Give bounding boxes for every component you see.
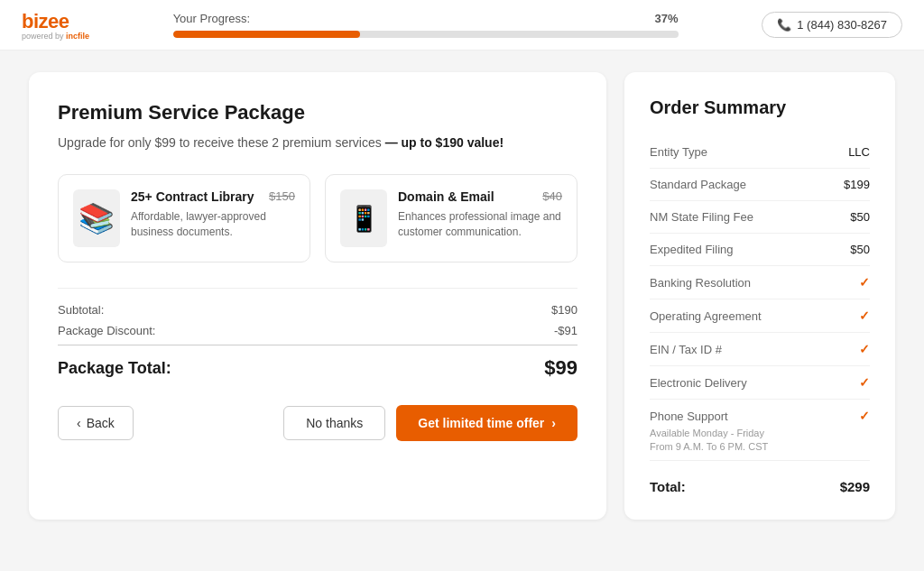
progress-label-row: Your Progress: 37% xyxy=(173,12,679,25)
phone-number: 1 (844) 830-8267 xyxy=(797,18,887,32)
order-row-standard-package: Standard Package $199 xyxy=(650,169,870,201)
incfile-label: incfile xyxy=(66,32,89,41)
logo-text: izee xyxy=(33,10,69,32)
no-thanks-button[interactable]: No thanks xyxy=(283,406,385,440)
get-offer-button[interactable]: Get limited time offer › xyxy=(396,405,578,441)
phone-support-header: Phone Support ✓ xyxy=(650,409,870,423)
contract-library-icon: 📚 xyxy=(73,189,120,247)
progress-bar-fill xyxy=(173,31,360,38)
logo-area: bizee powered by incfile xyxy=(22,10,89,41)
electronic-delivery-check: ✓ xyxy=(859,375,870,390)
service-price-1: $150 xyxy=(269,189,295,203)
back-label: Back xyxy=(87,416,115,430)
ein-label: EIN / Tax ID # xyxy=(650,343,722,356)
entity-type-value: LLC xyxy=(848,145,870,159)
service-domain-email: 📱 Domain & Email $40 Enhances profession… xyxy=(325,174,578,262)
card-actions: ‹ Back No thanks Get limited time offer … xyxy=(58,405,578,441)
services-grid: 📚 25+ Contract Library $150 Affordable, … xyxy=(58,174,578,262)
subtotal-label: Subtotal: xyxy=(58,303,104,317)
card-title: Premium Service Package xyxy=(58,101,578,124)
service-header-2: Domain & Email $40 xyxy=(398,189,562,204)
order-summary-card: Order Summary Entity Type LLC Standard P… xyxy=(624,72,895,520)
order-summary-title: Order Summary xyxy=(650,97,870,118)
book-icon: 📚 xyxy=(79,201,115,235)
ein-check: ✓ xyxy=(859,342,870,356)
subtotals: Subtotal: $190 Package Discount: -$91 xyxy=(58,288,578,337)
no-thanks-label: No thanks xyxy=(306,416,363,430)
state-fee-value: $50 xyxy=(850,210,870,224)
package-total-amount: $99 xyxy=(544,356,578,380)
package-total-row: Package Total: $99 xyxy=(58,345,578,380)
order-total-label: Total: xyxy=(650,479,686,494)
phone-icon: 📞 xyxy=(777,18,791,32)
order-total-value: $299 xyxy=(840,479,870,494)
order-row-expedited: Expedited Filing $50 xyxy=(650,234,870,266)
service-price-2: $40 xyxy=(542,189,562,203)
package-total-label: Package Total: xyxy=(58,359,171,378)
service-desc-2: Enhances professional image and customer… xyxy=(398,209,562,240)
subtitle-plain: Upgrade for only $99 to receive these 2 … xyxy=(58,135,385,150)
expedited-filing-value: $50 xyxy=(850,243,870,256)
chevron-left-icon: ‹ xyxy=(77,416,81,430)
operating-agreement-check: ✓ xyxy=(859,309,870,323)
service-info-2: Domain & Email $40 Enhances professional… xyxy=(398,189,562,240)
service-desc-1: Affordable, lawyer-approved business doc… xyxy=(131,209,295,240)
main-content: Premium Service Package Upgrade for only… xyxy=(0,51,924,541)
banking-resolution-check: ✓ xyxy=(859,275,870,290)
expedited-filing-label: Expedited Filing xyxy=(650,243,734,256)
back-button[interactable]: ‹ Back xyxy=(58,406,134,440)
service-contract-library: 📚 25+ Contract Library $150 Affordable, … xyxy=(58,174,310,262)
subtitle-bold: — up to $190 value! xyxy=(385,135,504,150)
electronic-delivery-label: Electronic Delivery xyxy=(650,376,747,390)
discount-value: -$91 xyxy=(554,324,578,337)
subtotal-row: Subtotal: $190 xyxy=(58,303,578,317)
progress-percent: 37% xyxy=(655,12,679,25)
logo-powered: powered by incfile xyxy=(22,32,89,41)
discount-label: Package Discount: xyxy=(58,324,155,337)
card-subtitle: Upgrade for only $99 to receive these 2 … xyxy=(58,134,578,152)
order-row-banking: Banking Resolution ✓ xyxy=(650,266,870,299)
service-info-1: 25+ Contract Library $150 Affordable, la… xyxy=(131,189,295,240)
phone-support-block: Phone Support ✓ Available Monday - Frida… xyxy=(650,400,870,461)
order-row-state-fee: NM State Filing Fee $50 xyxy=(650,201,870,234)
operating-agreement-label: Operating Agreement xyxy=(650,309,762,323)
standard-package-value: $199 xyxy=(844,178,870,191)
get-offer-label: Get limited time offer xyxy=(418,416,544,430)
actions-right: No thanks Get limited time offer › xyxy=(283,405,578,441)
phone-support-hours-line1: Available Monday - Friday xyxy=(650,427,870,440)
premium-package-card: Premium Service Package Upgrade for only… xyxy=(29,72,606,520)
phone-support-check: ✓ xyxy=(859,409,870,423)
progress-text: Your Progress: xyxy=(173,12,251,25)
service-header-1: 25+ Contract Library $150 xyxy=(131,189,295,204)
header: bizee powered by incfile Your Progress: … xyxy=(0,0,924,51)
banking-resolution-label: Banking Resolution xyxy=(650,276,751,290)
domain-email-icon: 📱 xyxy=(340,189,387,247)
phone-button[interactable]: 📞 1 (844) 830-8267 xyxy=(762,12,902,38)
logo-bizee: bizee xyxy=(22,10,69,33)
subtotal-value: $190 xyxy=(551,303,578,317)
discount-row: Package Discount: -$91 xyxy=(58,324,578,337)
progress-area: Your Progress: 37% xyxy=(89,12,762,38)
state-fee-label: NM State Filing Fee xyxy=(650,210,753,224)
order-row-operating: Operating Agreement ✓ xyxy=(650,299,870,333)
chevron-right-icon: › xyxy=(551,416,556,430)
order-row-electronic-delivery: Electronic Delivery ✓ xyxy=(650,366,870,400)
progress-bar-track xyxy=(173,31,679,38)
order-total-row: Total: $299 xyxy=(650,465,870,494)
service-name-1: 25+ Contract Library xyxy=(131,189,254,204)
phone-screen-icon: 📱 xyxy=(348,204,380,234)
order-row-ein: EIN / Tax ID # ✓ xyxy=(650,333,870,366)
standard-package-label: Standard Package xyxy=(650,178,746,191)
entity-type-label: Entity Type xyxy=(650,145,707,159)
service-name-2: Domain & Email xyxy=(398,189,494,204)
phone-support-label: Phone Support xyxy=(650,410,728,423)
phone-support-hours: Available Monday - Friday From 9 A.M. To… xyxy=(650,427,870,455)
phone-support-hours-line2: From 9 A.M. To 6 PM. CST xyxy=(650,440,870,454)
order-row-entity-type: Entity Type LLC xyxy=(650,136,870,169)
